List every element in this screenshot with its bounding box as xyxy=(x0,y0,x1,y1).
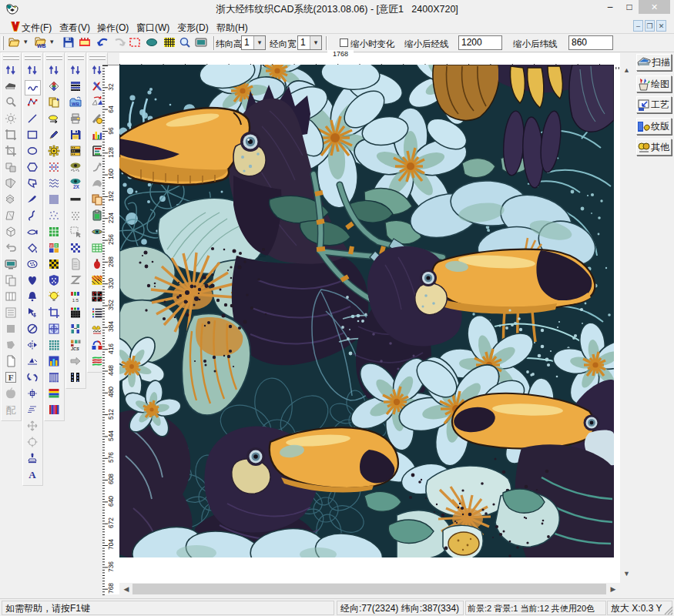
svg-text:640: 640 xyxy=(107,496,115,507)
svg-text:544: 544 xyxy=(107,430,115,441)
svg-text:480: 480 xyxy=(107,387,115,397)
svg-text:704: 704 xyxy=(107,539,115,550)
svg-text:288: 288 xyxy=(107,256,115,267)
svg-text:W: W xyxy=(50,244,54,248)
svg-text:256: 256 xyxy=(107,234,115,245)
svg-text:576: 576 xyxy=(107,452,115,463)
svg-text:128: 128 xyxy=(107,147,115,158)
svg-text:224: 224 xyxy=(107,213,115,223)
svg-text:1:5: 1:5 xyxy=(72,298,79,303)
svg-text:672: 672 xyxy=(107,517,115,528)
svg-text:160: 160 xyxy=(107,169,115,179)
svg-text:416: 416 xyxy=(107,343,115,354)
svg-text:384: 384 xyxy=(107,321,115,332)
svg-text:配: 配 xyxy=(6,404,16,416)
svg-text:448: 448 xyxy=(107,365,115,376)
svg-text:736: 736 xyxy=(107,561,115,572)
svg-text:WB: WB xyxy=(37,43,46,49)
svg-text:608: 608 xyxy=(107,474,115,484)
svg-text:WB: WB xyxy=(72,102,80,106)
svg-text:192: 192 xyxy=(107,191,115,202)
svg-text:32: 32 xyxy=(107,83,115,91)
svg-text:2X: 2X xyxy=(73,184,80,189)
svg-text:JCS: JCS xyxy=(71,346,79,351)
svg-text:352: 352 xyxy=(107,300,115,310)
svg-text:768: 768 xyxy=(107,583,115,594)
svg-text:F: F xyxy=(8,373,14,382)
svg-text:A: A xyxy=(29,469,36,480)
svg-text:320: 320 xyxy=(107,278,115,289)
svg-text:96: 96 xyxy=(107,127,115,135)
svg-text:512: 512 xyxy=(107,409,115,420)
svg-text:64: 64 xyxy=(107,105,115,113)
